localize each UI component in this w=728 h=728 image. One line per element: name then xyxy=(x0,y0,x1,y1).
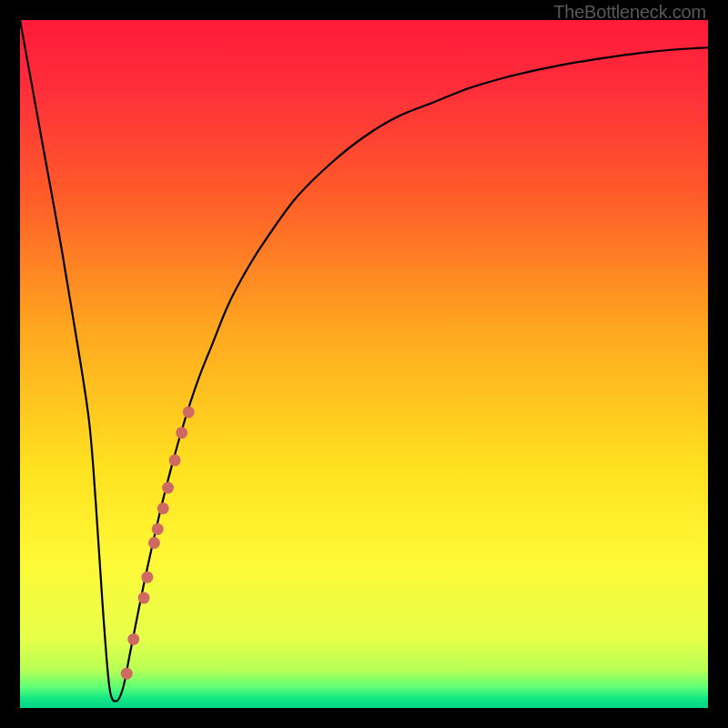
highlight-dot xyxy=(127,633,139,645)
highlight-dot xyxy=(152,523,164,535)
highlight-dot xyxy=(121,668,133,680)
highlight-dot xyxy=(162,482,174,494)
highlight-dot xyxy=(183,406,195,418)
highlight-dot xyxy=(138,592,150,604)
plot-area xyxy=(20,20,708,708)
highlight-dot xyxy=(141,571,153,583)
bottleneck-chart xyxy=(20,20,708,708)
highlight-dot xyxy=(169,454,181,466)
chart-frame: TheBottleneck.com xyxy=(0,0,728,728)
highlight-dot xyxy=(176,427,187,439)
highlight-dot xyxy=(148,537,160,549)
gradient-background xyxy=(20,20,708,708)
highlight-dot xyxy=(157,502,169,514)
